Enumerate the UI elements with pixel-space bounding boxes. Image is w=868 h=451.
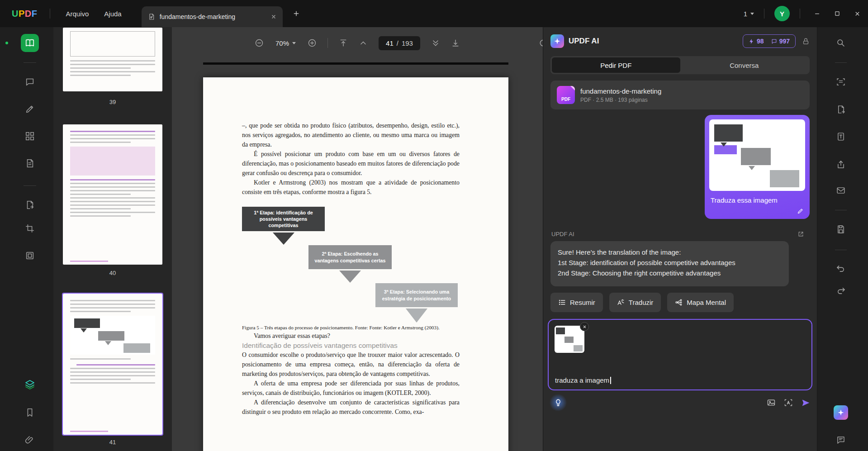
bookmark-icon[interactable]	[25, 408, 35, 418]
insert-image-icon[interactable]	[767, 398, 776, 407]
rail-divider	[835, 250, 847, 250]
pdf-file-icon: PDF	[557, 86, 575, 104]
watermark-tool-icon[interactable]	[25, 251, 35, 261]
screenshot-ocr-icon[interactable]	[784, 398, 793, 407]
undo-icon[interactable]	[836, 264, 845, 274]
page-indicator[interactable]: 41 / 193	[379, 36, 420, 50]
redo-icon[interactable]	[836, 286, 845, 296]
thumbnail-page-number: 40	[53, 270, 172, 276]
edit-message-icon[interactable]	[709, 205, 805, 214]
suggestions-bulb-icon[interactable]	[550, 394, 567, 411]
updf-ai-panel: UPDF AI 98 997 Pedir PDF Conversa PDF fu…	[543, 27, 817, 451]
document-tab[interactable]: fundamentos-de-marketing	[142, 6, 283, 27]
share-icon[interactable]	[836, 160, 845, 170]
file-info: fundamentos-de-marketing PDF · 2.5 MB · …	[580, 87, 661, 103]
new-tab-button[interactable]	[293, 10, 300, 17]
search-icon[interactable]	[836, 38, 845, 48]
edit-tool-icon[interactable]	[25, 104, 35, 114]
viewer-toolbar: 70% 41 / 193	[172, 27, 543, 59]
last-page-button[interactable]	[451, 38, 460, 47]
close-window-button[interactable]	[854, 10, 861, 17]
pdf-page-41[interactable]: –, que pode ser obtida no produto físico…	[203, 77, 508, 451]
rail-divider	[24, 185, 36, 186]
window-count-dropdown[interactable]: 1	[744, 10, 754, 18]
extract-text-icon[interactable]	[836, 132, 845, 142]
layers-icon[interactable]	[24, 379, 35, 390]
input-toolbar	[550, 394, 811, 411]
ai-prompt-input[interactable]: traduza a imagem	[555, 376, 611, 384]
page-thumbnail-41-selected[interactable]	[63, 294, 162, 435]
response-line: Sure! Here’s the translation of the imag…	[558, 247, 782, 257]
rotate-page-button[interactable]	[539, 38, 543, 47]
paragraph: É possível posicionar um produto com bas…	[242, 149, 460, 178]
reader-view-tool-active[interactable]	[21, 34, 39, 52]
ai-credits-badge[interactable]: 98 997	[743, 34, 796, 48]
organize-pages-tool-icon[interactable]	[25, 131, 35, 141]
input-image-attachment[interactable]	[555, 326, 584, 353]
save-icon[interactable]	[836, 225, 845, 234]
mapa-mental-button[interactable]: Mapa Mental	[667, 293, 734, 312]
previous-page-button[interactable]	[359, 38, 368, 47]
thumbnail-page-number: 39	[53, 99, 172, 105]
ai-response-header: UPDF AI	[551, 231, 804, 237]
arrow-down-icon	[406, 309, 427, 323]
pdf-file-card[interactable]: PDF fundamentos-de-marketing PDF · 2.5 M…	[550, 81, 810, 109]
next-page-button[interactable]	[431, 38, 440, 47]
user-avatar[interactable]: Y	[774, 6, 790, 21]
arrow-down-icon	[273, 233, 294, 245]
first-page-button[interactable]	[339, 38, 348, 47]
thumbnail-footer-accent	[70, 261, 108, 262]
response-line: 1st Stage: identification of possible co…	[558, 257, 782, 268]
zoom-level-dropdown[interactable]: 70%	[275, 39, 296, 47]
zoom-out-button[interactable]	[255, 38, 264, 47]
email-icon[interactable]	[836, 186, 845, 195]
quick-actions: Resumir Traduzir Mapa Mental	[550, 293, 810, 312]
menu-ajuda[interactable]: Ajuda	[104, 10, 121, 18]
open-external-icon[interactable]	[797, 231, 804, 237]
paragraph: –, que pode ser obtida no produto físico…	[242, 121, 460, 149]
message-image-attachment[interactable]	[709, 119, 805, 191]
send-button[interactable]	[801, 398, 811, 408]
figure-caption: Figura 5 – Três etapas do processo de po…	[242, 324, 460, 331]
paragraph: Vamos averiguar essas etapas?	[242, 331, 460, 341]
page-thumbnail-39[interactable]	[63, 28, 162, 91]
tab-close-icon[interactable]	[271, 14, 276, 19]
thumbnail-footer-accent	[70, 431, 108, 432]
menu-arquivo[interactable]: Arquivo	[66, 10, 89, 18]
attachment-icon[interactable]	[25, 435, 35, 445]
paragraph: A diferenciação desenvolve um conjunto d…	[242, 398, 460, 417]
ai-response-bubble: Sure! Here’s the translation of the imag…	[550, 241, 789, 286]
convert-tool-icon[interactable]	[25, 200, 35, 210]
ai-input-box[interactable]: traduza a imagem	[548, 319, 812, 390]
toolbar-divider	[327, 38, 328, 48]
tab-pedir-pdf[interactable]: Pedir PDF	[552, 57, 680, 73]
paragraph: A oferta de uma empresa pode ser diferen…	[242, 379, 460, 398]
zoom-in-button[interactable]	[308, 38, 317, 47]
minimize-button[interactable]	[814, 10, 821, 17]
ai-panel-title: UPDF AI	[569, 37, 743, 46]
page-edit-tool-icon[interactable]	[25, 158, 35, 168]
active-tool-indicator-dot	[5, 42, 8, 44]
ocr-icon[interactable]	[836, 77, 845, 87]
resumir-button[interactable]: Resumir	[550, 293, 603, 312]
maximize-button[interactable]	[834, 10, 840, 17]
thumbnail-diagram-preview	[70, 316, 155, 355]
tab-conversa[interactable]: Conversa	[680, 57, 809, 73]
figure-5-flowchart: 1ª Etapa: identificação de possíveis van…	[242, 207, 460, 324]
traduzir-button[interactable]: Traduzir	[609, 293, 661, 312]
lock-icon[interactable]	[802, 38, 810, 45]
comment-panel-icon[interactable]	[836, 436, 845, 445]
page-area: –, que pode ser obtida no produto físico…	[172, 59, 543, 451]
titlebar-divider	[50, 9, 50, 19]
crop-tool-icon[interactable]	[25, 223, 35, 233]
remove-attachment-button[interactable]	[580, 322, 589, 331]
arrow-down-icon	[339, 271, 361, 283]
updf-ai-sidebar-icon[interactable]	[834, 405, 848, 420]
text-cursor	[610, 377, 611, 384]
comment-tool-icon[interactable]	[25, 77, 35, 87]
pdf-viewer: 70% 41 / 193 –, que pode ser obtida no p…	[172, 27, 543, 451]
export-pdf-icon[interactable]	[836, 105, 845, 114]
response-line: 2nd Stage: Choosing the right competitiv…	[558, 268, 782, 278]
user-message-text: Traduza essa imagem	[711, 196, 804, 204]
page-thumbnail-40[interactable]	[63, 124, 162, 265]
